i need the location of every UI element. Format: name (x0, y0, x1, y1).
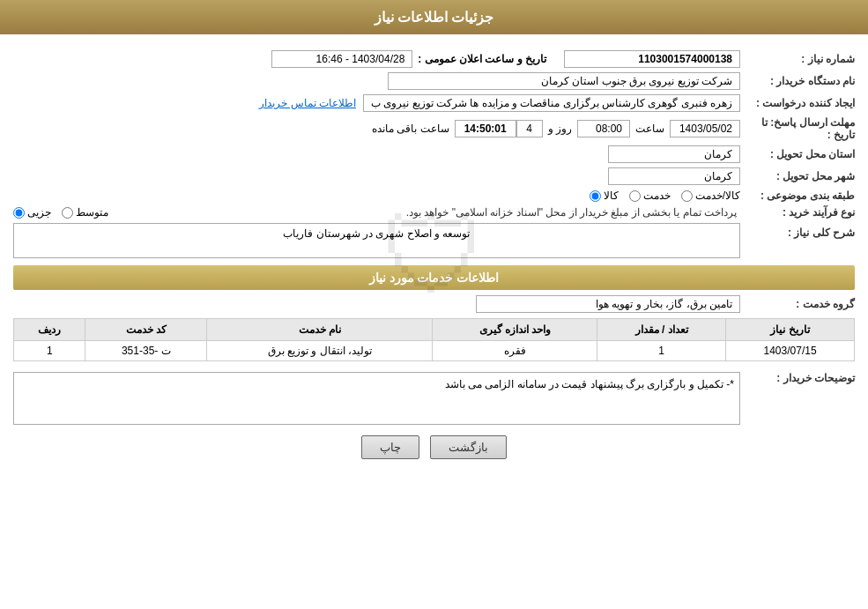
roz-value: 4 (516, 120, 543, 137)
row-grohe-khedmat: گروه خدمت : تامین برق، گاز، بخار و تهویه… (13, 295, 855, 313)
page-wrapper: جزئیات اطلاعات نیاز 🛡 شماره نیاز : 11030… (0, 0, 868, 609)
saat-value: 08:00 (577, 120, 630, 137)
print-button[interactable]: چاپ (361, 435, 419, 459)
col-radif: ردیف (14, 319, 85, 341)
ostan-value: کرمان (608, 145, 740, 163)
radio-mottaset-input[interactable] (62, 207, 73, 219)
radio-khedmat-input[interactable] (629, 190, 641, 202)
radio-kala-label: کالا (604, 189, 619, 202)
radio-khedmat[interactable]: خدمت (629, 189, 671, 202)
col-nam: نام خدمت (207, 319, 433, 341)
cell-vahed: فقره (433, 341, 597, 361)
col-kod: کد خدمت (85, 319, 207, 341)
toshihat-value: *- تکمیل و بارگزاری برگ پیشنهاد قیمت در … (13, 372, 740, 425)
saat-baki-label: ساعت باقی مانده (372, 123, 449, 135)
services-table: تاریخ نیاز تعداد / مقدار واحد اندازه گیر… (13, 318, 855, 361)
radio-jozi-label: جزیی (27, 206, 51, 219)
sharh-label: شرح کلی نیاز : (740, 223, 855, 239)
row-farayand: نوع فرآیند خرید : پرداخت تمام یا بخشی از… (13, 206, 855, 219)
sharh-value: توسعه و اصلاح شهری در شهرستان فاریاب (13, 223, 740, 258)
services-table-head: تاریخ نیاز تعداد / مقدار واحد اندازه گیر… (14, 319, 855, 341)
tabaghe-radio-group: کالا/خدمت خدمت کالا (590, 189, 740, 202)
farayand-label: نوع فرآیند خرید : (740, 206, 855, 219)
page-title: جزئیات اطلاعات نیاز (375, 10, 494, 25)
farayand-radio-group: متوسط جزیی (13, 206, 108, 219)
page-header: جزئیات اطلاعات نیاز (0, 0, 868, 34)
ijad-konande-value: زهره فنبری گوهری کارشناس برگزاری مناقصات… (363, 94, 740, 112)
radio-jozi[interactable]: جزیی (13, 206, 51, 219)
radio-kala-khedmat-label: کالا/خدمت (695, 189, 740, 202)
tarikh-elan-value: 1403/04/28 - 16:46 (271, 50, 412, 68)
button-row: بازگشت چاپ (13, 435, 855, 459)
col-tedad: تعداد / مقدار (597, 319, 726, 341)
shomare-niaz-value: 1103001574000138 (564, 50, 740, 68)
radio-kala-khedmat-input[interactable] (681, 190, 693, 202)
countdown-value: 14:50:01 (455, 120, 516, 137)
tabaghe-label: طبقه بندی موضوعی : (740, 189, 855, 202)
row-toshihat: توضیحات خریدار : *- تکمیل و بارگزاری برگ… (13, 368, 855, 425)
cell-tedad: 1 (597, 341, 726, 361)
saat-label: ساعت (635, 123, 664, 135)
table-row: 1403/07/151فقرهتولید، انتقال و توزیع برق… (14, 341, 855, 361)
row-namdastgah: نام دستگاه خریدار : شرکت توزیع نیروی برق… (13, 72, 855, 90)
toshihat-label: توضیحات خریدار : (740, 368, 855, 384)
radio-kala[interactable]: کالا (590, 189, 619, 202)
cell-kod: ت -35-351 (85, 341, 207, 361)
radio-jozi-input[interactable] (13, 207, 25, 219)
row-shomare-tarikh: شماره نیاز : 1103001574000138 تاریخ و سا… (13, 50, 855, 68)
row-ijadkonande: ایجاد کننده درخواست : زهره فنبری گوهری ک… (13, 94, 855, 112)
cell-nam: تولید، انتقال و توزیع برق (207, 341, 433, 361)
shomare-niaz-label: شماره نیاز : (740, 53, 855, 65)
namdastgah-label: نام دستگاه خریدار : (740, 75, 855, 87)
radio-kala-input[interactable] (590, 190, 601, 202)
tamas-khardar-link[interactable]: اطلاعات تماس خریدار (259, 97, 356, 109)
back-button[interactable]: بازگشت (430, 435, 507, 459)
farayand-note: پرداخت تمام یا بخشی از مبلغ خریدار از مح… (117, 206, 740, 219)
radio-mottaset[interactable]: متوسط (62, 206, 108, 219)
namdastgah-value: شرکت توزیع نیروی برق جنوب استان کرمان (388, 72, 740, 90)
cell-radif: 1 (14, 341, 85, 361)
row-ostan: استان محل تحویل : کرمان (13, 145, 855, 163)
roz-label: روز و (548, 123, 572, 135)
services-table-body: 1403/07/151فقرهتولید، انتقال و توزیع برق… (14, 341, 855, 361)
ijad-konande-label: ایجاد کننده درخواست : (740, 97, 855, 109)
radio-mottaset-label: متوسط (76, 206, 108, 219)
ostan-label: استان محل تحویل : (740, 148, 855, 160)
cell-tarikh: 1403/07/15 (726, 341, 855, 361)
services-section-header: اطلاعات خدمات مورد نیاز (13, 265, 855, 290)
radio-khedmat-label: خدمت (643, 189, 671, 202)
mohlat-label: مهلت ارسال پاسخ: تا تاریخ : (740, 116, 855, 141)
row-sharh: شرح کلی نیاز : توسعه و اصلاح شهری در شهر… (13, 223, 855, 258)
date-value: 1403/05/02 (670, 120, 740, 137)
grohe-khedmat-label: گروه خدمت : (740, 298, 855, 310)
radio-kala-khedmat[interactable]: کالا/خدمت (681, 189, 740, 202)
shahr-value: کرمان (608, 167, 740, 185)
grohe-khedmat-value: تامین برق، گاز، بخار و تهویه هوا (476, 295, 740, 313)
content-area: 🛡 شماره نیاز : 1103001574000138 تاریخ و … (0, 34, 868, 477)
row-tabaghe: طبقه بندی موضوعی : کالا/خدمت خدمت کالا (13, 189, 855, 202)
services-table-header-row: تاریخ نیاز تعداد / مقدار واحد اندازه گیر… (14, 319, 855, 341)
row-shahr: شهر محل تحویل : کرمان (13, 167, 855, 185)
col-tarikh: تاریخ نیاز (726, 319, 855, 341)
shahr-label: شهر محل تحویل : (740, 170, 855, 182)
tarikh-elan-label: تاریخ و ساعت اعلان عمومی : (418, 53, 546, 65)
row-mohlat: مهلت ارسال پاسخ: تا تاریخ : 1403/05/02 س… (13, 116, 855, 141)
col-vahed: واحد اندازه گیری (433, 319, 597, 341)
